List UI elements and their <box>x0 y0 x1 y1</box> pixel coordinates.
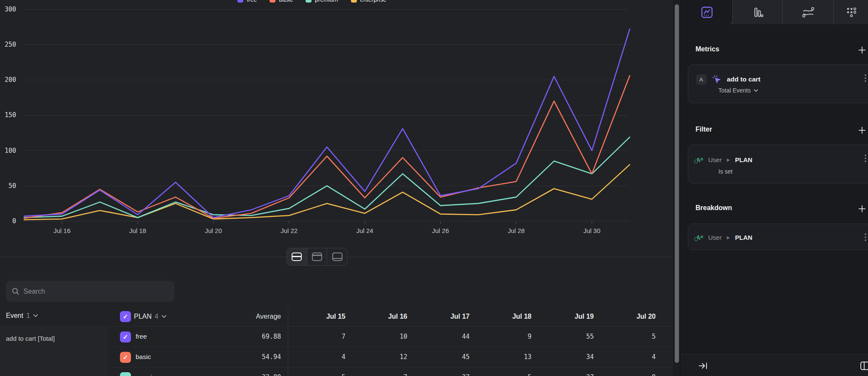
x-axis-tick-label: Jul 18 <box>129 227 146 234</box>
metric-event-name: add to cart <box>727 76 760 83</box>
breakdown-property: PLAN <box>735 234 752 241</box>
line-chart: 050100150200250300Jul 16Jul 18Jul 20Jul … <box>0 0 673 238</box>
date-column-header: Jul 17 <box>451 313 470 320</box>
plan-select-all-checkbox[interactable]: ✓ <box>120 311 131 322</box>
breadcrumb-arrow-icon: ▶ <box>727 235 730 240</box>
x-axis-tick-label: Jul 28 <box>508 227 525 234</box>
table-row-premium: ✓premium33.8857275279 <box>108 368 673 376</box>
add-metric-button[interactable] <box>858 46 866 54</box>
row-checkbox-basic[interactable]: ✓ <box>120 352 131 363</box>
row-checkbox-premium[interactable]: ✓ <box>120 372 131 376</box>
row-cell-value: 44 <box>462 333 470 340</box>
x-axis-tick-label: Jul 30 <box>583 227 600 234</box>
search-icon <box>12 287 19 295</box>
event-total-cell[interactable]: add to cart [Total] <box>0 327 108 376</box>
row-checkbox-free[interactable]: ✓ <box>120 331 131 342</box>
row-cell-value: 5 <box>342 373 345 376</box>
tab-bar-chart[interactable] <box>732 0 783 24</box>
row-label: premium <box>136 373 161 376</box>
plan-column-dropdown[interactable]: ✓ PLAN 4 <box>120 311 167 322</box>
aggregation-label: Total Events <box>718 87 751 94</box>
x-axis-tick-label: Jul 16 <box>53 227 70 234</box>
flow-chart-icon <box>801 6 815 19</box>
add-breakdown-button[interactable] <box>858 205 866 213</box>
tab-flow-chart[interactable] <box>783 0 834 24</box>
plan-header-count: 4 <box>155 313 159 320</box>
event-click-icon <box>712 74 722 84</box>
date-column-header: Jul 19 <box>575 313 594 320</box>
row-cell-value: 10 <box>400 333 407 340</box>
event-header-label: Event <box>6 312 23 320</box>
table-header: Event 1 ✓ PLAN 4 Average Jul 15Jul 16Jul… <box>0 308 673 327</box>
row-cell-value: 5 <box>528 373 531 376</box>
chart-top-icon <box>312 253 322 261</box>
layout-chart-bottom-button[interactable] <box>327 248 347 265</box>
event-header-count: 1 <box>26 312 30 320</box>
row-label: free <box>136 333 147 340</box>
row-cell-value: 7 <box>342 333 345 340</box>
filter-entity: User <box>708 156 722 163</box>
y-axis-tick-label: 50 <box>8 182 16 190</box>
row-average-value: 69.88 <box>262 333 281 340</box>
x-axis-tick-label: Jul 22 <box>281 227 298 234</box>
event-column-dropdown[interactable]: Event 1 <box>6 312 38 320</box>
layout-chart-top-button[interactable] <box>307 248 328 265</box>
collapse-panel-icon[interactable] <box>698 362 709 370</box>
event-total-label: add to cart [Total] <box>6 335 55 342</box>
metric-card[interactable]: A add to cart Total Events <box>688 65 868 103</box>
layout-split-button[interactable] <box>287 248 307 265</box>
main-panel: freebasicpremiumenterprise 0501001502002… <box>0 0 673 376</box>
query-builder-panel: Metrics A add to cart Total Events <box>681 0 868 376</box>
search-box[interactable] <box>6 281 175 302</box>
row-cell-value: 5 <box>652 333 656 340</box>
row-cell-value: 27 <box>586 373 594 376</box>
scrollbar-track <box>673 0 681 376</box>
y-axis-tick-label: 300 <box>5 6 16 13</box>
row-cell-value: 9 <box>652 373 656 376</box>
row-cell-value: 12 <box>400 353 407 361</box>
row-cell-value: 7 <box>403 373 407 376</box>
row-cell-value: 4 <box>652 353 656 361</box>
tab-more-chart-types[interactable] <box>834 0 868 24</box>
layout-toggle-group <box>287 248 348 266</box>
date-column-header: Jul 18 <box>512 313 531 320</box>
filter-condition[interactable]: Is set <box>718 168 732 175</box>
row-cell-value: 45 <box>462 353 470 361</box>
y-axis-tick-label: 100 <box>5 147 16 154</box>
breakdown-menu-button[interactable] <box>865 233 866 241</box>
metric-menu-button[interactable] <box>865 74 866 82</box>
line-chart-icon <box>701 6 713 19</box>
analytics-app: freebasicpremiumenterprise 0501001502002… <box>0 0 868 376</box>
breakdown-card[interactable]: Aa User ▶ PLAN <box>688 224 868 250</box>
row-cell-value: 55 <box>586 333 594 340</box>
sidebar-bottom-bar <box>681 354 868 376</box>
x-axis-tick-label: Jul 24 <box>356 227 373 234</box>
x-axis-tick-label: Jul 20 <box>205 227 222 234</box>
bar-chart-icon <box>751 6 764 19</box>
aggregation-dropdown[interactable]: Total Events <box>718 87 758 94</box>
date-column-header: Jul 16 <box>388 313 407 320</box>
filter-card[interactable]: Aa User ▶ PLAN Is set <box>688 145 868 183</box>
tab-line-chart[interactable] <box>681 0 732 24</box>
split-horizontal-icon <box>292 253 302 261</box>
breakdown-entity: User <box>708 234 722 241</box>
plan-header-label: PLAN <box>134 313 152 320</box>
chevron-down-icon <box>33 314 38 317</box>
add-filter-button[interactable] <box>858 126 866 135</box>
y-axis-tick-label: 150 <box>5 111 16 119</box>
search-input[interactable] <box>24 288 169 295</box>
chevron-down-icon <box>754 89 758 92</box>
chart-bottom-icon <box>332 253 342 261</box>
date-column-header: Jul 20 <box>637 313 656 320</box>
row-average-value: 33.88 <box>262 373 281 376</box>
chart-type-tabbar <box>681 0 868 24</box>
panel-layout-icon[interactable] <box>860 361 868 370</box>
series-line-enterprise <box>24 165 630 220</box>
filter-menu-button[interactable] <box>865 154 866 162</box>
row-cell-value: 34 <box>586 353 594 361</box>
column-divider <box>288 308 288 376</box>
scrollbar-thumb[interactable] <box>675 4 679 363</box>
series-line-free <box>24 29 630 218</box>
metric-series-badge: A <box>696 74 707 85</box>
filter-section-title: Filter <box>696 126 712 133</box>
